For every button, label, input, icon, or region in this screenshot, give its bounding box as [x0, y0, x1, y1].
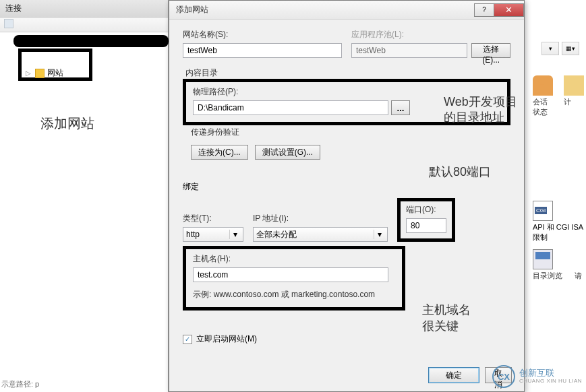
feature-label: 目录浏览 [533, 271, 562, 281]
connections-toolbar [0, 18, 168, 32]
status-path-label: 示意路径: p [1, 379, 39, 389]
logo-text: 创新互联 [519, 368, 582, 378]
ip-label: IP 地址(I): [253, 213, 388, 224]
site-name-input[interactable] [183, 43, 342, 58]
dialog-body: 网站名称(S): 应用程序池(L): 选择(E)... 内容目录 物理路径(P)… [169, 20, 524, 354]
site-name-label: 网站名称(S): [183, 29, 342, 40]
dialog-title: 添加网站 [176, 4, 208, 15]
grid-view-button[interactable]: ▦▾ [562, 42, 579, 55]
browse-icon [533, 249, 553, 269]
type-select[interactable]: http ▾ [183, 227, 243, 242]
feature-request[interactable]: 请 [575, 249, 582, 281]
sites-label: 网站 [47, 67, 63, 79]
feature-label: 会话状态 [533, 97, 554, 117]
feature-grid: 会话状态 计 [533, 75, 584, 117]
gear-icon [564, 75, 584, 96]
feature-browse-row: 目录浏览 请 [533, 249, 582, 281]
tree-area [0, 32, 168, 392]
feature-label: 计 [564, 97, 571, 107]
logo-subtext: CHUANG XIN HU LIAN [519, 379, 582, 385]
feature-session-state[interactable]: 会话状态 [533, 75, 554, 117]
passthrough-label: 传递身份验证 [191, 127, 510, 138]
feature-isapi-cgi[interactable]: API 和 CGI ISA 限制 [533, 201, 583, 242]
hostname-label: 主机名(H): [193, 254, 231, 263]
app-pool-input [351, 43, 467, 58]
highlight-hostname: 主机名(H): 示例: www.contoso.com 或 marketing.… [183, 246, 405, 311]
redacted-server-name [13, 35, 169, 47]
ip-select[interactable]: 全部未分配 ▾ [253, 227, 388, 242]
dialog-titlebar: 添加网站 ? ✕ [169, 1, 524, 20]
hostname-input[interactable] [193, 267, 388, 282]
close-button[interactable]: ✕ [494, 3, 524, 17]
globe-folder-icon [35, 69, 45, 78]
tool-icon[interactable] [4, 19, 13, 28]
person-icon [533, 75, 553, 96]
hostname-example: 示例: www.contoso.com 或 marketing.contoso.… [193, 289, 395, 300]
port-label: 端口(O): [406, 204, 446, 216]
ok-button[interactable]: 确定 [428, 367, 479, 383]
highlight-port: 端口(O): [397, 198, 455, 242]
binding-title: 绑定 [183, 181, 510, 193]
test-settings-button[interactable]: 测试设置(G)... [255, 145, 320, 160]
start-immediately-row[interactable]: ✓ 立即启动网站(M) [183, 333, 510, 345]
start-immediately-label: 立即启动网站(M) [196, 333, 257, 345]
annotation-hostname: 主机域名 很关键 [422, 287, 471, 334]
ip-value: 全部未分配 [256, 229, 297, 240]
content-dir-label: 内容目录 [185, 68, 218, 77]
expand-arrow-icon[interactable]: ▷ [26, 69, 31, 77]
feature-label: 请 [575, 271, 582, 281]
annotation-port: 默认80端口 [429, 164, 491, 180]
view-dropdown[interactable]: ▾ [541, 42, 559, 55]
physical-path-input[interactable] [193, 100, 388, 115]
feature-dir-browse[interactable]: 目录浏览 [533, 249, 562, 281]
type-label: 类型(T): [183, 213, 243, 224]
annotation-path: Web开发项目的目录地址 [444, 94, 525, 126]
chevron-down-icon: ▾ [229, 230, 240, 239]
feature-label: API 和 CGI ISA [533, 222, 583, 232]
cgi-icon [533, 201, 553, 221]
add-website-dialog: 添加网站 ? ✕ 网站名称(S): 应用程序池(L): 选择(E)... 内容目… [169, 0, 525, 392]
feature-compute[interactable]: 计 [564, 75, 584, 117]
annotation-add-site: 添加网站 [40, 115, 94, 133]
window-buttons: ? ✕ [475, 3, 524, 17]
physical-path-label: 物理路径(P): [193, 87, 238, 96]
connect-as-button[interactable]: 连接为(C)... [191, 145, 248, 160]
view-controls: ▾ ▦▾ [541, 42, 579, 55]
port-input[interactable] [406, 218, 446, 233]
connections-panel: 连接 ▷ 网站 添加网站 示意路径: p [0, 0, 169, 392]
help-button[interactable]: ? [474, 3, 494, 17]
connections-header: 连接 [0, 0, 168, 18]
app-pool-label: 应用程序池(L): [351, 29, 510, 40]
start-immediately-checkbox[interactable]: ✓ [183, 335, 192, 344]
select-app-pool-button[interactable]: 选择(E)... [471, 43, 510, 58]
watermark-logo: CX 创新互联 CHUANG XIN HU LIAN [492, 365, 582, 388]
logo-icon: CX [492, 365, 515, 388]
chevron-down-icon: ▾ [374, 230, 384, 239]
browse-path-button[interactable]: ... [391, 100, 410, 115]
feature-label-2: 限制 [533, 232, 583, 242]
tree-node-sites[interactable]: 网站 [35, 67, 63, 79]
type-value: http [186, 230, 200, 239]
